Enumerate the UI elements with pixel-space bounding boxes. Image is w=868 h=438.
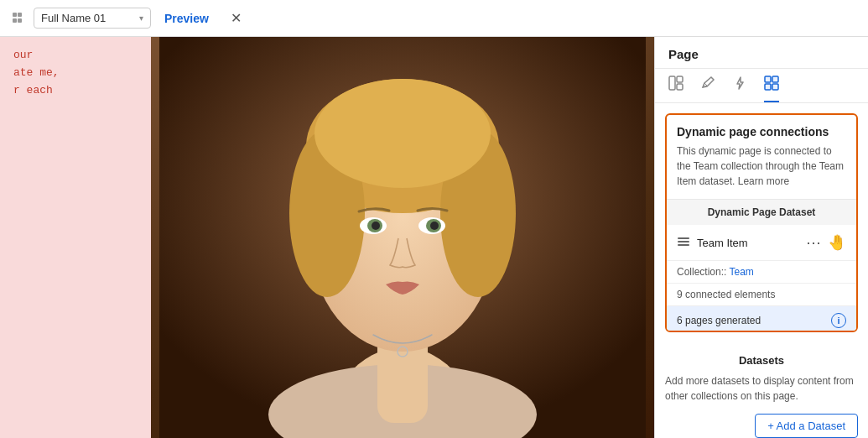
svg-rect-29 xyxy=(678,244,689,246)
svg-point-17 xyxy=(372,222,380,230)
code-panel: our ate me, r each xyxy=(0,37,151,438)
svg-rect-0 xyxy=(13,13,17,17)
cursor-icon: 🤚 xyxy=(828,233,846,252)
name-selector[interactable]: Full Name 01 ▾ xyxy=(34,8,151,29)
code-line-3: r each xyxy=(13,82,138,100)
top-bar: Full Name 01 ▾ Preview ✕ xyxy=(0,0,868,37)
preview-image-area xyxy=(151,37,654,438)
svg-rect-1 xyxy=(18,13,22,17)
svg-rect-2 xyxy=(13,18,17,23)
dpc-title: Dynamic page connections xyxy=(667,115,856,143)
name-selector-value: Full Name 01 xyxy=(41,12,106,24)
page-title: Page xyxy=(655,37,868,69)
dpc-collection-row: Collection:: Team xyxy=(667,261,856,284)
tab-design[interactable] xyxy=(700,76,715,102)
collection-link[interactable]: Team xyxy=(729,266,753,278)
add-dataset-label: + Add a Dataset xyxy=(767,420,845,432)
right-panel: Page xyxy=(654,37,868,438)
code-line-1: our xyxy=(13,47,138,65)
dpc-pages-label: 6 pages generated xyxy=(677,315,761,326)
tab-interactions[interactable] xyxy=(732,76,747,102)
dpc-dataset-row: Team Item ⋯ 🤚 xyxy=(667,225,856,261)
dataset-icon xyxy=(677,235,690,251)
svg-rect-25 xyxy=(765,84,771,90)
svg-rect-20 xyxy=(669,76,675,90)
datasets-header: Datasets xyxy=(665,342,858,373)
grid-icon xyxy=(10,10,27,27)
dpc-learn-more-link[interactable]: Learn more xyxy=(738,175,789,187)
datasets-section: Datasets Add more datasets to display co… xyxy=(655,342,868,438)
svg-rect-27 xyxy=(678,237,689,239)
svg-point-12 xyxy=(314,79,491,188)
person-image xyxy=(151,37,654,438)
preview-button[interactable]: Preview xyxy=(158,8,216,29)
close-button[interactable]: ✕ xyxy=(224,7,248,29)
svg-rect-28 xyxy=(678,241,689,242)
collection-label: Collection: xyxy=(677,266,724,278)
svg-rect-26 xyxy=(772,84,778,90)
svg-point-18 xyxy=(430,222,439,230)
tab-connections[interactable] xyxy=(764,76,779,102)
dpc-box: Dynamic page connections This dynamic pa… xyxy=(665,113,858,332)
panel-tabs xyxy=(655,69,868,103)
chevron-down-icon: ▾ xyxy=(139,13,143,23)
dpc-section-header: Dynamic Page Dataset xyxy=(667,199,856,225)
tab-layout[interactable] xyxy=(668,76,683,102)
datasets-description: Add more datasets to display content fro… xyxy=(665,373,858,404)
svg-rect-21 xyxy=(677,76,683,82)
svg-rect-3 xyxy=(18,18,22,23)
code-line-2: ate me, xyxy=(13,65,138,82)
svg-rect-23 xyxy=(765,76,771,82)
info-icon[interactable]: i xyxy=(831,313,846,328)
svg-rect-24 xyxy=(772,76,778,82)
main-area: our ate me, r each xyxy=(0,37,868,438)
add-dataset-button[interactable]: + Add a Dataset xyxy=(755,414,858,438)
dpc-description: This dynamic page is connected to the Te… xyxy=(667,143,856,199)
svg-rect-22 xyxy=(677,84,683,90)
dpc-elements-row: 9 connected elements xyxy=(667,284,856,306)
dpc-pages-row: 6 pages generated i xyxy=(667,306,856,332)
dataset-name: Team Item xyxy=(697,237,799,249)
dataset-menu-icon[interactable]: ⋯ xyxy=(806,235,821,250)
